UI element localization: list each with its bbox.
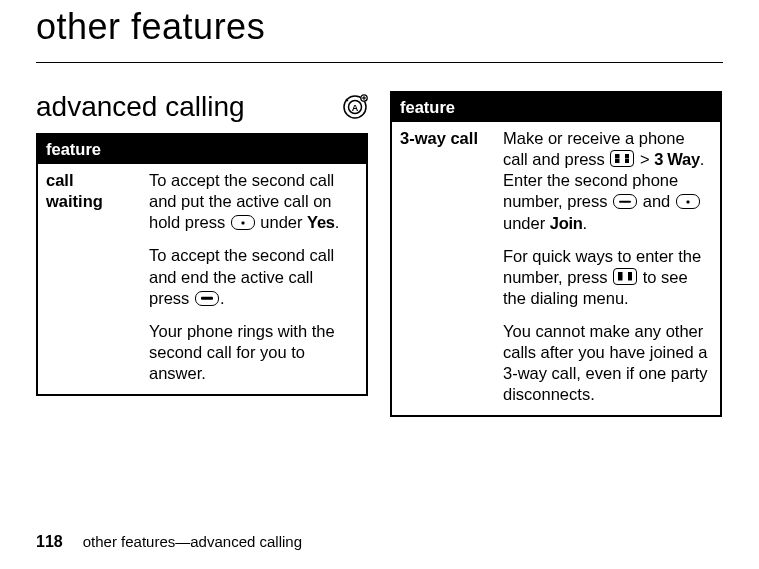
feature-table-left: feature call waiting To accept the secon…: [36, 133, 368, 396]
feature-desc-cell: Make or receive a phone call and press >…: [495, 122, 721, 416]
right-column: feature 3-way call Make or receive a pho…: [390, 91, 722, 417]
text: To accept the second call and end the ac…: [149, 246, 334, 306]
table-row: call waiting To accept the second call a…: [37, 164, 367, 395]
text: under: [256, 213, 307, 231]
left-column: advanced calling A feature call waiting …: [36, 91, 368, 417]
feature-name-cell: 3-way call: [391, 122, 495, 416]
paragraph: Make or receive a phone call and press >…: [503, 128, 712, 234]
softkey-dot-icon: [231, 215, 255, 230]
paragraph: To accept the second call and put the ac…: [149, 170, 358, 233]
page-footer: 118 other features—advanced calling: [36, 533, 302, 551]
ui-label: Yes: [307, 213, 335, 231]
paragraph: For quick ways to enter the number, pres…: [503, 246, 712, 309]
feature-table-right: feature 3-way call Make or receive a pho…: [390, 91, 722, 417]
section-title: advanced calling: [36, 91, 245, 123]
feature-desc-cell: To accept the second call and put the ac…: [141, 164, 367, 395]
table-header: feature: [391, 92, 721, 122]
text: >: [635, 150, 654, 168]
feature-name-cell: call waiting: [37, 164, 141, 395]
text: .: [583, 214, 588, 232]
table-row: 3-way call Make or receive a phone call …: [391, 122, 721, 416]
paragraph: You cannot make any other calls after yo…: [503, 321, 712, 405]
menu-key-icon: [610, 150, 634, 167]
ui-label: 3 Way: [654, 150, 700, 168]
ui-label: Join: [550, 214, 583, 232]
advanced-feature-icon: A: [342, 94, 368, 120]
page-number: 118: [36, 533, 63, 551]
text: under: [503, 214, 550, 232]
softkey-dot-icon: [676, 194, 700, 209]
text: .: [220, 289, 225, 307]
breadcrumb: other features—advanced calling: [83, 533, 302, 550]
text: and: [638, 192, 675, 210]
paragraph: To accept the second call and end the ac…: [149, 245, 358, 308]
menu-key-icon: [613, 268, 637, 285]
section-header-row: advanced calling A: [36, 91, 368, 123]
page-title: other features: [36, 0, 723, 63]
end-key-icon: [195, 291, 219, 306]
table-header: feature: [37, 134, 367, 164]
ok-key-icon: [613, 194, 637, 209]
two-column-layout: advanced calling A feature call waiting …: [36, 91, 723, 417]
svg-text:A: A: [352, 103, 359, 113]
paragraph: Your phone rings with the second call fo…: [149, 321, 358, 384]
text: .: [335, 213, 340, 231]
